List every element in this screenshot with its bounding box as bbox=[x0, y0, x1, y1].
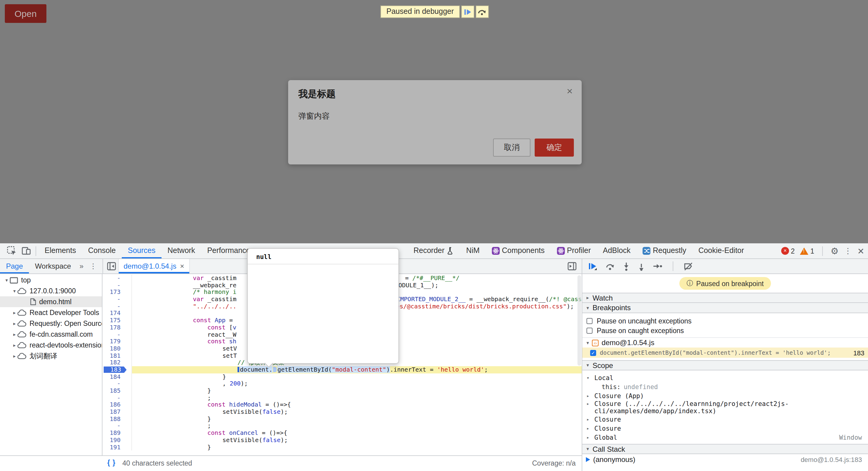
error-count[interactable]: 2 bbox=[791, 247, 795, 255]
checkbox-unchecked[interactable] bbox=[587, 318, 592, 324]
tab-network[interactable]: Network bbox=[161, 243, 201, 258]
scope-group-row[interactable]: ▸ Closure bbox=[582, 414, 868, 424]
code-line[interactable]: 188} bbox=[102, 415, 582, 423]
file-tab-demo[interactable]: demo@1.0.54.js × bbox=[118, 259, 190, 273]
line-number-gutter[interactable]: - bbox=[102, 275, 132, 281]
modal-confirm-button[interactable]: 确定 bbox=[535, 138, 574, 157]
scope-group-row[interactable]: ▸ Closure bbox=[582, 424, 868, 433]
code-line[interactable]: 191} bbox=[102, 444, 582, 450]
editor-scrollbar[interactable] bbox=[578, 275, 581, 366]
call-stack-section-header[interactable]: ▾ Call Stack bbox=[582, 444, 868, 454]
code-line[interactable]: 187setVisible(false); bbox=[102, 408, 582, 415]
tree-item[interactable]: ▸ fe-cdn.cassmall.com bbox=[0, 329, 102, 340]
banner-step-over-icon[interactable] bbox=[475, 5, 489, 18]
tree-item[interactable]: ▾ top bbox=[0, 275, 102, 285]
code-line[interactable]: 185} bbox=[102, 387, 582, 394]
breakpoint-file-group[interactable]: ▾ ‹› demo@1.0.54.js bbox=[582, 338, 868, 347]
line-number-gutter[interactable]: - bbox=[102, 394, 132, 401]
more-tabs-icon[interactable]: » bbox=[77, 262, 86, 270]
scope-section-header[interactable]: ▾ Scope bbox=[582, 360, 868, 370]
step-icon[interactable] bbox=[653, 263, 662, 270]
code-line[interactable]: -; bbox=[102, 423, 582, 430]
line-number-gutter[interactable]: 183 bbox=[102, 366, 132, 373]
line-number-gutter[interactable]: - bbox=[102, 423, 132, 430]
pretty-print-icon[interactable]: { } bbox=[107, 459, 116, 466]
step-out-icon[interactable] bbox=[638, 262, 645, 271]
more-options-icon[interactable]: ⋮ bbox=[844, 246, 852, 256]
tab-profiler[interactable]: Profiler bbox=[551, 243, 597, 258]
tab-cookie-editor[interactable]: Cookie-Editor bbox=[692, 243, 750, 258]
navigator-tab-page[interactable]: Page bbox=[0, 259, 29, 273]
scope-group-row[interactable]: ▸ GlobalWindow bbox=[582, 433, 868, 441]
breakpoint-entry[interactable]: ✓ document.getElementById("modal-content… bbox=[582, 347, 868, 358]
line-number-gutter[interactable]: 185 bbox=[102, 387, 132, 394]
navigator-tab-workspace[interactable]: Workspace bbox=[29, 259, 77, 273]
line-number-gutter[interactable]: 188 bbox=[102, 415, 132, 423]
error-count-icon[interactable]: × bbox=[781, 247, 789, 255]
line-number-gutter[interactable]: 178 bbox=[102, 324, 132, 331]
tree-item[interactable]: demo.html bbox=[0, 296, 102, 307]
tab-adblock[interactable]: AdBlock bbox=[597, 243, 637, 258]
line-number-gutter[interactable]: - bbox=[102, 331, 132, 338]
tab-nim[interactable]: NiM bbox=[460, 243, 486, 258]
code-line-current[interactable]: 183document.getElementById("modal-conten… bbox=[102, 366, 582, 373]
line-number-gutter[interactable]: - bbox=[102, 303, 132, 310]
call-stack-frame[interactable]: (anonymous) demo@1.0.54.js:183 bbox=[582, 454, 868, 464]
line-number-gutter[interactable]: 182 bbox=[102, 359, 132, 366]
line-number-gutter[interactable]: 175 bbox=[102, 317, 132, 324]
line-number-gutter[interactable]: - bbox=[102, 296, 132, 303]
line-number-gutter[interactable]: 174 bbox=[102, 310, 132, 317]
step-over-icon[interactable] bbox=[605, 262, 615, 271]
code-line[interactable]: 190setVisible(false); bbox=[102, 437, 582, 444]
pause-uncaught-row[interactable]: Pause on uncaught exceptions bbox=[582, 316, 868, 326]
line-number-gutter[interactable]: 180 bbox=[102, 345, 132, 352]
device-toolbar-icon[interactable] bbox=[19, 244, 33, 258]
line-number-gutter[interactable]: 190 bbox=[102, 437, 132, 444]
scope-group-row[interactable]: ▸ Closure (App) bbox=[582, 391, 868, 400]
hide-navigator-icon[interactable] bbox=[107, 261, 116, 271]
checkbox-unchecked[interactable] bbox=[587, 328, 592, 334]
devtools-close-icon[interactable]: ✕ bbox=[858, 246, 864, 256]
line-number-gutter[interactable]: 173 bbox=[102, 289, 132, 296]
tree-item[interactable]: ▸ Requestly: Open Source H bbox=[0, 318, 102, 329]
open-button[interactable]: Open bbox=[5, 4, 46, 23]
line-number-gutter[interactable]: 184 bbox=[102, 373, 132, 380]
file-tab-close-icon[interactable]: × bbox=[180, 262, 184, 270]
breakpoints-section-header[interactable]: ▾ Breakpoints bbox=[582, 303, 868, 313]
tree-item[interactable]: ▸ react-devtools-extensions bbox=[0, 340, 102, 350]
tab-recorder[interactable]: Recorder bbox=[407, 243, 460, 258]
step-into-icon[interactable] bbox=[623, 262, 630, 271]
line-number-gutter[interactable]: - bbox=[102, 281, 132, 289]
line-number-gutter[interactable]: 189 bbox=[102, 430, 132, 436]
tab-requestly[interactable]: Requestly bbox=[637, 243, 692, 258]
scope-group-row[interactable]: ▾ Local bbox=[582, 373, 868, 382]
code-line[interactable]: 186const hideModal = ()=>{ bbox=[102, 401, 582, 408]
deactivate-breakpoints-icon[interactable] bbox=[684, 262, 693, 271]
resume-script-icon[interactable] bbox=[588, 262, 597, 270]
pause-caught-row[interactable]: Pause on caught exceptions bbox=[582, 326, 868, 335]
line-number-gutter[interactable]: - bbox=[102, 380, 132, 387]
line-number-gutter[interactable]: 187 bbox=[102, 408, 132, 415]
code-line[interactable]: 184} bbox=[102, 373, 582, 380]
tab-sources[interactable]: Sources bbox=[122, 243, 161, 258]
show-debugger-panel-icon[interactable] bbox=[567, 261, 577, 271]
scope-group-row[interactable]: ▸ Closure (../../../../../learnning/proj… bbox=[582, 400, 868, 414]
navigator-more-options-icon[interactable]: ⋮ bbox=[86, 262, 100, 270]
checkbox-checked[interactable]: ✓ bbox=[590, 350, 596, 356]
tree-item[interactable]: ▸ 划词翻译 bbox=[0, 350, 102, 361]
tree-item[interactable]: ▸ React Developer Tools bbox=[0, 307, 102, 318]
tree-item[interactable]: ▾ 127.0.0.1:9000 bbox=[0, 285, 102, 296]
tab-elements[interactable]: Elements bbox=[38, 243, 82, 258]
warning-count-icon[interactable]: ! bbox=[800, 247, 809, 255]
modal-cancel-button[interactable]: 取消 bbox=[493, 138, 530, 157]
line-number-gutter[interactable]: 186 bbox=[102, 401, 132, 408]
line-number-gutter[interactable]: 181 bbox=[102, 352, 132, 359]
tab-components[interactable]: Components bbox=[486, 243, 551, 258]
inspect-element-icon[interactable] bbox=[4, 244, 19, 258]
code-line[interactable]: 189const onCancel = ()=>{ bbox=[102, 430, 582, 436]
tab-console[interactable]: Console bbox=[82, 243, 122, 258]
watch-section-header[interactable]: ▸ Watch bbox=[582, 293, 868, 303]
modal-close-button[interactable]: × bbox=[565, 85, 574, 98]
line-number-gutter[interactable]: 191 bbox=[102, 444, 132, 450]
settings-gear-icon[interactable]: ⚙ bbox=[831, 245, 839, 256]
